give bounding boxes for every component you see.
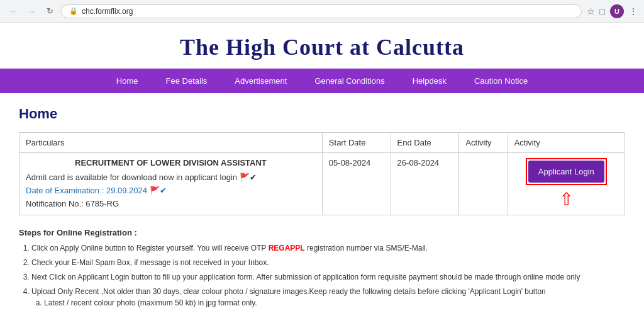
start-date-cell: 05-08-2024 — [322, 153, 391, 215]
nav-caution-notice[interactable]: Caution Notice — [460, 69, 541, 93]
site-title: The High Court at Calcutta — [6, 34, 638, 60]
browser-actions: ☆ □ U ⋮ — [587, 4, 638, 18]
browser-chrome: ← → ↻ 🔒 chc.formflix.org ☆ □ U ⋮ — [0, 0, 644, 23]
col-activity-1: Activity — [459, 133, 508, 153]
recruitment-title: RECRUITMENT OF LOWER DIVISION ASSISTANT — [26, 158, 316, 167]
list-item: Latest / recent colour photo (maximum 50… — [44, 297, 625, 309]
main-table: Particulars Start Date End Date Activity… — [19, 132, 625, 215]
activity-cell: Applicant Login ⇧ — [508, 153, 625, 215]
address-bar[interactable]: 🔒 chc.formflix.org — [61, 4, 582, 18]
list-item: Click on Apply Online button to Register… — [31, 242, 625, 254]
nav-home[interactable]: Home — [103, 69, 152, 93]
window-icon[interactable]: □ — [600, 6, 605, 16]
main-content: Home Particulars Start Date End Date Act… — [0, 93, 644, 323]
table-row: RECRUITMENT OF LOWER DIVISION ASSISTANT … — [19, 153, 625, 215]
bookmark-icon[interactable]: ☆ — [587, 6, 595, 16]
admit-card-text: Admit card is available for download now… — [26, 173, 257, 182]
highlight-regappl: REGAPPL — [269, 244, 305, 252]
url-text: chc.formflix.org — [82, 7, 133, 16]
arrow-icon: ⇧ — [514, 189, 618, 210]
nav-fee-details[interactable]: Fee Details — [152, 69, 221, 93]
col-activity-2: Activity — [508, 133, 625, 153]
step-4-text: Upload Only Recent ,Not older than 30 da… — [31, 287, 546, 296]
particulars-cell: RECRUITMENT OF LOWER DIVISION ASSISTANT … — [19, 153, 323, 215]
col-end-date: End Date — [391, 133, 459, 153]
site-header: The High Court at Calcutta — [0, 23, 644, 69]
end-date-cell: 26-08-2024 — [391, 153, 459, 215]
admit-card-notice: Admit card is available for download now… — [26, 173, 316, 182]
list-item: Next Click on Applicant Login button to … — [31, 271, 625, 283]
page-heading: Home — [19, 106, 625, 122]
login-btn-wrapper: Applicant Login — [526, 158, 607, 185]
main-nav: Home Fee Details Advertisement General C… — [0, 69, 644, 93]
applicant-login-button[interactable]: Applicant Login — [528, 161, 604, 183]
nav-advertisement[interactable]: Advertisement — [221, 69, 301, 93]
col-start-date: Start Date — [322, 133, 391, 153]
back-button[interactable]: ← — [6, 5, 20, 18]
sub-list: Latest / recent colour photo (maximum 50… — [31, 297, 625, 309]
steps-list: Click on Apply Online button to Register… — [19, 242, 625, 309]
nav-helpdesk[interactable]: Helpdesk — [399, 69, 460, 93]
list-item: Check your E-Mail Spam Box, if message i… — [31, 257, 625, 268]
exam-date: Date of Examination : 29.09.2024 🚩✔ — [26, 186, 316, 195]
activity-cell-empty — [459, 153, 508, 215]
lock-icon: 🔒 — [69, 7, 78, 15]
forward-button[interactable]: → — [25, 5, 39, 18]
user-avatar[interactable]: U — [610, 4, 624, 18]
notification-no: Notification No.: 6785-RG — [26, 199, 316, 208]
list-item: Upload Only Recent ,Not older than 30 da… — [31, 286, 625, 309]
menu-icon[interactable]: ⋮ — [629, 6, 638, 16]
steps-heading: Steps for Online Registration : — [19, 228, 625, 237]
refresh-button[interactable]: ↻ — [44, 5, 56, 17]
steps-section: Steps for Online Registration : Click on… — [19, 228, 625, 309]
col-particulars: Particulars — [19, 133, 323, 153]
nav-general-conditions[interactable]: General Conditions — [301, 69, 398, 93]
